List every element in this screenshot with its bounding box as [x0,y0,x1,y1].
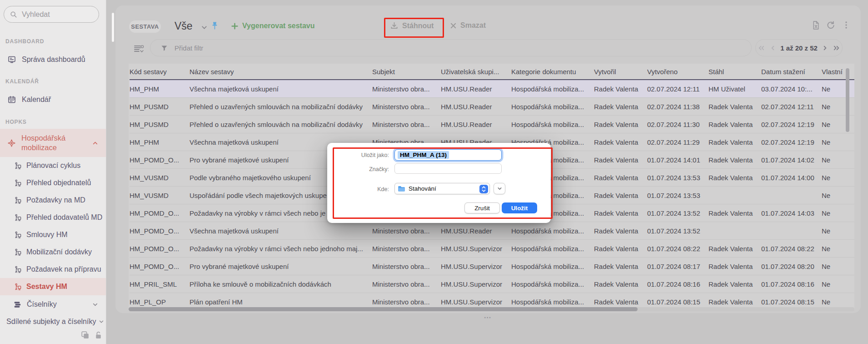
sidebar-item[interactable]: Smlouvy HM [0,226,106,243]
collection-badge[interactable]: SESTAVA [129,20,161,33]
sidebar-item[interactable]: Plánovací cyklus [0,157,106,174]
column-header[interactable]: Vlastní [822,68,854,76]
cell-own: Ne [822,121,854,128]
column-header[interactable]: Subjekt [372,68,441,76]
sidebar-item-label: Sestavy HM [26,283,67,291]
column-header[interactable]: Název sestavy [190,68,372,76]
module-icon [14,197,22,204]
table-row[interactable]: HM_PHMVšechna majetková uskupeníMinister… [130,80,854,98]
cell-group: HM.USU.Supervizor [441,280,511,288]
table-row[interactable]: HM_POMD_O...Požadavky na výrobky v rámci… [130,240,854,258]
table-header: Kód sestavyNázev sestavySubjektUživatels… [130,64,854,80]
cell-group: HM.USU.Reader [441,103,511,111]
sidebar-item[interactable]: Požadavky na MD [0,192,106,209]
sidebar-item-sprava-dashboardu[interactable]: Správa dashboardů [0,51,106,69]
cell-name: Všechna majetková uskupení [190,227,372,235]
table-row[interactable]: HM_PRIL_SMLPříloha ke smlouvě o mobiliza… [130,275,854,293]
cell-code: HM_PHM [130,85,190,93]
pin-icon[interactable] [210,21,219,30]
download-label: Stáhnout [402,22,434,30]
save-dialog: Uložit jako: HM_PHM_A (13) Značky: Kde: … [327,143,551,223]
first-page-icon[interactable] [758,44,765,52]
table-row[interactable]: HM_POMD_O...Pro vybrané majetkové uskupe… [130,258,854,275]
cell-name: Příloha ke smlouvě o mobilizačních dodáv… [190,280,372,288]
column-header[interactable]: Stáhl [708,68,761,76]
sidebar-item-kalendar[interactable]: Kalendář [0,91,106,109]
cancel-button[interactable]: Zrušit [464,202,500,213]
cell-own: Ne [822,103,854,111]
cell-created_at: 01.07.2024 13:52 [647,209,708,217]
sidebar-item-label: Požadavky na MD [26,196,85,204]
save-as-field[interactable]: HM_PHM_A (13) [394,149,502,161]
view-selector[interactable]: Vše [175,20,193,32]
table-row[interactable]: HM_POMD_O...Všechna majetková uskupeníMi… [130,222,854,240]
cell-created_at: 01.07.2024 08:15 [647,298,708,306]
cell-category: Hospodářská mobiliza... [511,121,594,128]
export-file-icon[interactable] [811,20,821,30]
download-button[interactable]: Stáhnout [390,21,434,30]
sidebar-item[interactable]: Přehled dodavatelů MD [0,209,106,226]
column-header[interactable]: Datum stažení [761,68,822,76]
last-page-icon[interactable] [833,44,840,52]
page-scrollbar[interactable] [112,13,114,42]
chevron-up-icon [482,186,486,189]
refresh-icon[interactable] [825,20,836,30]
horizontal-scrollbar-thumb[interactable] [129,307,638,311]
column-header[interactable]: Kód sestavy [130,68,190,76]
pagination-label: 1 až 20 z 52 [780,44,818,52]
sidebar-group-children: Plánovací cyklusPřehled objednatelůPožad… [0,157,106,295]
filter-icon [160,44,168,52]
sidebar-item[interactable]: Požadavek na přípravu [0,261,106,278]
cell-downloaded_at: 02.07.2024 12:11 [761,103,822,111]
table-row[interactable]: HM_PUSMDPřehled o uzavřených smlouvách n… [130,98,854,116]
cell-group: HM.USU.Supervizor [441,298,511,306]
sidebar-item[interactable]: Mobilizační dodávky [0,243,106,261]
chevron-down-icon[interactable] [200,24,208,31]
filter-input[interactable]: Přidat filtr [150,39,752,56]
cell-code: HM_VUSMD [130,192,190,199]
unlock-icon[interactable] [94,330,103,340]
cell-downloaded_by: Radek Valenta [708,103,761,111]
module-icon [14,162,22,170]
sidebar-item-ciselniky[interactable]: Číselníky [0,295,106,314]
column-header[interactable]: Vytvořil [594,68,647,76]
tags-field[interactable] [394,163,502,174]
cell-subject: Ministerstvo obra... [372,298,441,306]
vertical-scrollbar-thumb[interactable] [846,68,849,132]
cell-downloaded_at: 01.07.2024 08:16 [761,280,822,288]
cell-downloaded_at: 01.07.2024 08:22 [761,245,822,253]
column-header[interactable]: Kategorie dokumentu [511,68,594,76]
copy-icon[interactable] [80,330,90,340]
cell-group: HM.USU.Supervizor [441,245,511,253]
column-header[interactable]: Uživatelská skupi... [441,68,511,76]
table-row[interactable]: HM_PUSMDPřehled o uzavřených smlouvách n… [130,116,854,133]
where-dropdown[interactable]: Stahování [394,183,490,194]
delete-button[interactable]: Smazat [450,21,486,30]
save-button[interactable]: Uložit [502,202,537,213]
app-root: Vyhledat DASHBOARD Správa dashboardů KAL… [0,0,868,344]
sidebar-item[interactable]: Sestavy HM [0,278,106,295]
column-header[interactable]: Vytvořeno [647,68,708,76]
sidebar-group-hospodarska-mobilizace[interactable]: Hospodářská mobilizace [0,129,106,157]
generate-report-button[interactable]: Vygenerovat sestavu [231,22,314,30]
cell-downloaded_by: Radek Valenta [708,138,761,146]
more-handle[interactable]: ⋯ [481,313,494,322]
stepper-control[interactable] [479,185,488,193]
cell-created_at: 01.07.2024 13:52 [647,227,708,235]
cell-category: Hospodářská mobiliza... [511,103,594,111]
close-icon [450,22,457,29]
cell-group: HM.USU.Reader [441,227,511,235]
prev-page-icon[interactable] [769,45,776,51]
view-options-icon[interactable] [133,44,145,55]
expand-dialog-button[interactable] [494,183,505,194]
cell-downloaded_at: 01.07.2024 08:20 [761,263,822,270]
cell-created_by: Radek Valenta [594,138,647,146]
search-input[interactable]: Vyhledat [4,6,99,23]
module-icon [14,248,22,256]
save-as-value: HM_PHM_A (13) [398,151,449,159]
cell-created_by: Radek Valenta [594,209,647,217]
kebab-menu-icon[interactable] [842,20,851,30]
next-page-icon[interactable] [822,45,828,51]
sidebar-item[interactable]: Přehled objednatelů [0,174,106,192]
sidebar-item-sdilene-subjekty[interactable]: Sdílené subjekty a číselníky [0,314,106,330]
